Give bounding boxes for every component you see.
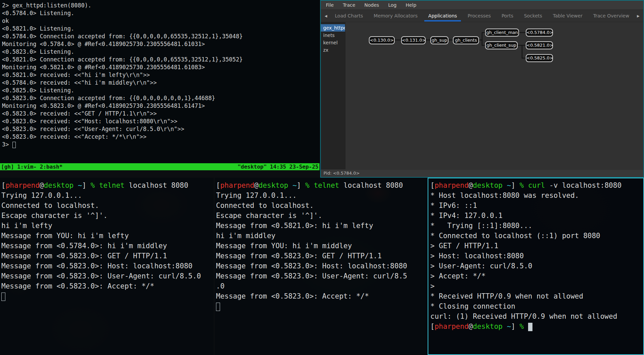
terminal-line: <0.5821.0> received: <<"hi i'm lefty\r\n…	[2, 71, 319, 79]
observer-menubar: FileTraceNodesLogHelp	[321, 1, 643, 10]
tab-ports[interactable]: Ports	[497, 10, 518, 22]
terminal-line: * IPv6: ::1	[430, 201, 643, 211]
text-cursor	[528, 323, 532, 331]
terminal-line: [pharpend@desktop ~] % telnet localhost …	[1, 180, 214, 190]
terminal-line: Message from <0.5784.0>: hi i'm middley	[1, 241, 214, 251]
terminal-line: Message from <0.5823.0>: GET / HTTP/1.1	[216, 251, 428, 261]
menu-help[interactable]: Help	[405, 2, 416, 8]
terminal-line: Message from <0.5823.0>: User-Agent: cur…	[1, 271, 214, 281]
tmux-status-bar: [gh] 1:vim- 2:bash* "desktop" 14:35 23-S…	[0, 163, 319, 170]
terminal-line: <0.5821.0> Connection accepted from: {{0…	[2, 56, 319, 63]
menu-nodes[interactable]: Nodes	[364, 2, 379, 8]
terminal-line: > GET / HTTP/1.1	[430, 241, 643, 251]
tmux-host-clock: "desktop" 14:35 23-Sep-25	[238, 163, 318, 170]
tab-load-charts[interactable]: Load Charts	[330, 10, 368, 22]
menu-file[interactable]: File	[326, 2, 334, 8]
tree-node-0-131-0[interactable]: <0.131.0>	[401, 36, 426, 44]
tree-node-0-5821-0[interactable]: <0.5821.0>	[526, 41, 553, 49]
tree-node-0-5825-0[interactable]: <0.5825.0>	[526, 54, 553, 62]
tree-node-0-130-0[interactable]: <0.130.0>	[369, 36, 395, 44]
terminal-line: > User-Agent: curl/8.5.0	[430, 261, 643, 271]
terminal-line: ok	[2, 17, 319, 25]
terminal-line: Message from <0.5823.0>: GET / HTTP/1.1	[1, 251, 214, 261]
terminal-line: Monitoring <0.5784.0> @ #Ref<0.418902573…	[2, 40, 319, 48]
terminal-line: <0.5784.0> Listening.	[2, 9, 319, 17]
terminal-line: * IPv4: 127.0.0.1	[430, 211, 643, 221]
tabs-scroll-left-icon[interactable]: ◀	[323, 10, 329, 22]
terminal-line: <0.5823.0> Connection accepted from: {{0…	[2, 94, 319, 102]
terminal-line: >	[430, 281, 643, 291]
text-cursor	[1, 293, 5, 301]
erlang-shell-terminal[interactable]: 2> gex_httpd:listen(8080).<0.5784.0> Lis…	[0, 0, 319, 163]
observer-content: gex_httpdinetskernelzx <0.130.0><0.131.0…	[321, 22, 643, 169]
terminal-line: [pharpend@desktop ~] % curl -v localhost…	[430, 180, 643, 190]
terminal-line: * Host localhost:8080 was resolved.	[430, 190, 643, 201]
terminal-line: curl: (1) Received HTTP/0.9 when not all…	[430, 311, 643, 321]
terminal-line: <0.5823.0> received: <<"Accept: */*\r\n"…	[2, 133, 319, 141]
text-cursor	[216, 303, 220, 311]
observer-window: FileTraceNodesLogHelp ◀Load ChartsMemory…	[320, 0, 644, 178]
tab-table-viewer[interactable]: Table Viewer	[548, 10, 587, 22]
application-list: gex_httpdinetskernelzx	[321, 22, 345, 169]
menu-log[interactable]: Log	[388, 2, 396, 8]
terminal-line: .0	[216, 281, 428, 291]
terminal-line: * Received HTTP/0.9 when not allowed	[430, 291, 643, 301]
sidebar-item-kernel[interactable]: kernel	[321, 39, 345, 46]
terminal-line: Message from YOU: hi i'm middley	[216, 241, 428, 251]
tree-node-0-5784-0[interactable]: <0.5784.0>	[526, 29, 553, 37]
terminal-line: 3>	[2, 141, 319, 148]
terminal-line: Message from YOU: hi i'm lefty	[1, 231, 214, 241]
desktop-screen: 2> gex_httpd:listen(8080).<0.5784.0> Lis…	[0, 0, 644, 355]
terminal-line: * Closing connection	[430, 301, 643, 311]
sidebar-item-inets[interactable]: inets	[321, 32, 345, 39]
terminal-line: Message from <0.5821.0>: hi i'm lefty	[216, 221, 428, 231]
terminal-line: Monitoring <0.5823.0> @ #Ref<0.418902573…	[2, 102, 319, 110]
terminal-line: <0.5784.0> received: <<"hi i'm middley\r…	[2, 79, 319, 87]
terminal-line: Escape character is '^]'.	[216, 211, 428, 221]
telnet-terminal-lefty[interactable]: [pharpend@desktop ~] % telnet localhost …	[0, 178, 214, 355]
terminal-line	[216, 301, 428, 311]
terminal-line: <0.5823.0> received: <<"GET / HTTP/1.1\r…	[2, 110, 319, 118]
tmux-session-windows[interactable]: [gh] 1:vim- 2:bash*	[1, 163, 62, 170]
tab-label: Memory Allocators	[370, 10, 422, 21]
tab-applications[interactable]: Applications	[424, 10, 462, 22]
terminal-line: [pharpend@desktop ~] %	[430, 321, 643, 331]
terminal-line: Trying 127.0.0.1...	[216, 190, 428, 201]
terminal-line: > Accept: */*	[430, 271, 643, 281]
tab-trace-overview[interactable]: Trace Overview	[589, 10, 634, 22]
tab-label: Trace Overview	[589, 10, 634, 21]
sidebar-item-zx[interactable]: zx	[321, 46, 345, 54]
curl-terminal-active[interactable]: [pharpend@desktop ~] % curl -v localhost…	[428, 178, 644, 355]
terminal-line: Connected to localhost.	[1, 201, 214, 211]
tabs-scroll-right-icon[interactable]: ▶	[635, 10, 641, 22]
menu-trace[interactable]: Trace	[343, 2, 355, 8]
terminal-line: Connected to localhost.	[216, 201, 428, 211]
terminal-line: 2> gex_httpd:listen(8080).	[2, 2, 319, 9]
terminal-line: [pharpend@desktop ~] % telnet localhost …	[216, 180, 428, 190]
tab-processes[interactable]: Processes	[463, 10, 496, 22]
tree-node-gh-sup[interactable]: gh_sup	[430, 36, 448, 44]
terminal-line: Escape character is '^]'.	[1, 211, 214, 221]
terminal-line: * Trying [::1]:8080...	[430, 221, 643, 231]
tree-node-gh-client-sup[interactable]: gh_client_sup	[485, 41, 518, 49]
terminal-line: Message from <0.5823.0>: Host: localhost…	[216, 261, 428, 271]
tab-sockets[interactable]: Sockets	[519, 10, 547, 22]
supervision-tree: <0.130.0><0.131.0>gh_supgh_clientsgh_cli…	[345, 22, 643, 169]
terminal-line: <0.5823.0> Listening.	[2, 48, 319, 56]
tree-node-gh-clients[interactable]: gh_clients	[453, 36, 479, 44]
terminal-line: hi i'm middley	[216, 231, 428, 241]
terminal-line: Message from <0.5823.0>: User-Agent: cur…	[216, 271, 428, 281]
telnet-terminal-middley[interactable]: [pharpend@desktop ~] % telnet localhost …	[215, 178, 428, 355]
terminal-line: <0.5821.0> Listening.	[2, 25, 319, 33]
terminal-line	[1, 291, 214, 301]
terminal-line: Monitoring <0.5821.0> @ #Ref<0.418902573…	[2, 63, 319, 71]
tree-node-gh-client-man[interactable]: gh_client_man	[485, 29, 519, 37]
sidebar-item-gex-httpd[interactable]: gex_httpd	[321, 24, 345, 32]
tab-label: Ports	[498, 10, 517, 21]
terminal-line: Message from <0.5823.0>: Accept: */*	[1, 281, 214, 291]
tab-memory-allocators[interactable]: Memory Allocators	[369, 10, 422, 22]
terminal-line: > Host: localhost:8080	[430, 251, 643, 261]
observer-tabbar: ◀Load ChartsMemory AllocatorsApplication…	[321, 10, 643, 22]
tab-label: Load Charts	[331, 10, 367, 21]
terminal-line: Message from <0.5823.0>: Accept: */*	[216, 291, 428, 301]
